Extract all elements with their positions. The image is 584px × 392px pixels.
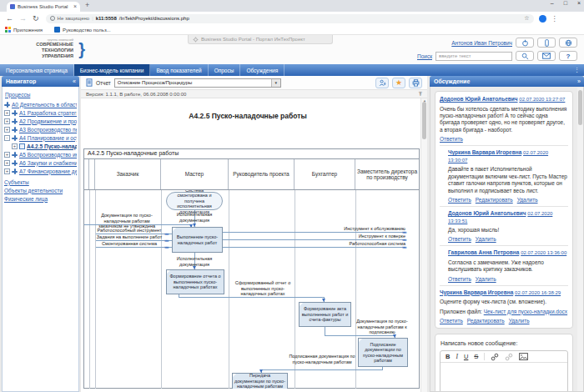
tab-personal-page[interactable]: Персональная страница: [0, 64, 74, 76]
tabs-overflow-icon[interactable]: ⋮: [574, 64, 584, 76]
underline-button[interactable]: U: [464, 351, 468, 363]
arrow-label: Инструмент к поверке: [322, 234, 405, 239]
tab-discussions[interactable]: Обсуждения: [240, 64, 284, 76]
close-tab-icon[interactable]: ×: [73, 2, 77, 12]
expand-icon[interactable]: [4, 118, 10, 124]
tree-item[interactable]: А7 Финансирование деятельн: [4, 167, 77, 175]
message-author-link[interactable]: Чуркина Варвара Игоревна: [448, 149, 521, 155]
tree-item[interactable]: А1 Разработка стратегии и раз: [4, 108, 77, 117]
browser-tab[interactable]: Business Studio Portal ×: [7, 2, 80, 12]
tab-indicators[interactable]: Ввод показателей: [150, 64, 208, 76]
reply-link[interactable]: Ответить: [440, 136, 463, 142]
reply-link[interactable]: Ответить: [448, 197, 471, 203]
message-input[interactable]: [441, 363, 567, 392]
tree-link-subjects[interactable]: Субъекты: [4, 179, 29, 185]
export-user-button[interactable]: [375, 78, 389, 88]
minimize-button[interactable]: –: [551, 0, 554, 6]
message-time-link[interactable]: 02.07.2020 13:27:07: [519, 97, 565, 102]
maximize-button[interactable]: □: [564, 0, 567, 6]
chevron-down-icon[interactable]: ▾: [271, 79, 280, 87]
url-host: k11:5558: [96, 16, 117, 21]
italic-button[interactable]: I: [456, 351, 458, 363]
start-event[interactable]: Система смонтирована и получена исполнит…: [166, 192, 223, 210]
reply-link[interactable]: Ответить: [448, 236, 471, 242]
bookmark-star-icon[interactable]: ☆: [524, 15, 529, 22]
tab-business-model[interactable]: Бизнес-модель компании: [74, 64, 151, 76]
collapse-panel-icon[interactable]: »: [577, 78, 584, 84]
reply-link[interactable]: Ответить: [448, 276, 471, 282]
discussion-scrollbar[interactable]: [577, 88, 583, 391]
tree-link-persons[interactable]: Физические лица: [4, 196, 48, 202]
task-node[interactable]: Передача документации по пуско-наладочны…: [232, 373, 288, 389]
url-bar[interactable]: i Не защищено | k11:5558 /InTekhProyekt/…: [46, 14, 534, 23]
tree-root-processes[interactable]: Процессы: [5, 92, 30, 98]
tree-link-objects[interactable]: Объекты деятельности: [4, 188, 63, 193]
task-node[interactable]: Формирование акта выполненных работ и сч…: [299, 302, 351, 327]
tree-item[interactable]: А0 Деятельность в области проек: [4, 100, 77, 108]
message-author-link[interactable]: Гаврилова Анна Петровна: [448, 249, 519, 255]
reply-link[interactable]: Ответить: [440, 318, 463, 324]
message-author-link[interactable]: Чуркина Варвара Игоревна: [440, 289, 513, 295]
delete-link[interactable]: Удалить: [517, 197, 538, 203]
tree-item[interactable]: А3 Воспроизводство персонал: [4, 125, 77, 133]
task-node[interactable]: Подписание документации по пуско-наладоч…: [358, 338, 408, 367]
print-button[interactable]: [409, 78, 422, 88]
message-author-link[interactable]: Додонов Юрий Анатольевич: [448, 210, 526, 216]
close-window-button[interactable]: ×: [577, 0, 581, 6]
report-select[interactable]: Описание Процесса/Процедуры ▾: [114, 78, 281, 88]
bold-button[interactable]: B: [446, 351, 450, 363]
help-button[interactable]: ?: [559, 51, 577, 61]
profile-avatar[interactable]: [539, 15, 546, 23]
tree-item[interactable]: А5 Воспроизводство инструм: [4, 150, 77, 158]
collapse-panel-icon[interactable]: «: [73, 78, 79, 84]
expand-icon[interactable]: [4, 127, 10, 133]
delete-link[interactable]: Удалить: [509, 318, 530, 324]
delete-link[interactable]: Удалить: [476, 276, 496, 282]
mail-button[interactable]: [537, 51, 556, 61]
reload-icon[interactable]: ↻: [33, 13, 39, 24]
tree-item[interactable]: А4 Планирование и осуществл: [4, 133, 77, 142]
language-button[interactable]: [559, 38, 577, 48]
scrollbar-thumb[interactable]: [578, 90, 582, 125]
back-icon[interactable]: ←: [6, 13, 13, 24]
info-icon[interactable]: i: [50, 16, 55, 21]
search-input[interactable]: [435, 52, 512, 61]
expand-icon[interactable]: [4, 152, 10, 158]
edit-link[interactable]: Редактировать: [476, 197, 513, 203]
delete-link[interactable]: Удалить: [476, 236, 496, 242]
edit-link[interactable]: Редактировать: [467, 318, 505, 324]
search-button[interactable]: [516, 51, 534, 61]
expand-icon[interactable]: [12, 143, 18, 149]
scrollbar-thumb[interactable]: [422, 102, 426, 139]
tab-surveys[interactable]: Опросы: [209, 64, 241, 76]
bookmark-guide[interactable]: Руководство польз...: [54, 27, 111, 33]
image-icon[interactable]: [519, 353, 528, 360]
tree-item[interactable]: А2 Продвижение и продажи: [4, 117, 77, 125]
favorite-star-button[interactable]: ★: [392, 78, 405, 88]
pin-icon[interactable]: Ŧ: [419, 91, 422, 97]
bookmark-apps[interactable]: Приложения: [5, 27, 43, 33]
expand-icon[interactable]: [4, 168, 10, 174]
task-node[interactable]: Формирование отчета о выполненных пуско-…: [166, 269, 224, 294]
message-author-link[interactable]: Додонов Юрий Анатольевич: [440, 96, 518, 102]
task-node[interactable]: Выполнение пуско-наладочных работ: [172, 227, 223, 253]
logout-button[interactable]: [516, 38, 534, 48]
new-tab-button[interactable]: +: [85, 1, 89, 9]
link-icon[interactable]: [491, 353, 499, 361]
search-label[interactable]: Поиск: [417, 53, 432, 59]
message-time-link[interactable]: 02.07.2020 13:36:00: [521, 250, 566, 255]
expand-icon[interactable]: [4, 110, 10, 116]
user-name-link[interactable]: Антонов Иван Петрович: [451, 40, 512, 46]
process-icon: [12, 152, 18, 158]
message-time-link[interactable]: 02.07.2020 16:38:29: [515, 290, 561, 295]
expand-icon[interactable]: [4, 160, 10, 166]
tree-item-selected[interactable]: А4.2.5 Пуско-наладочные: [4, 142, 77, 150]
attachment-link[interactable]: Чек-лист для пуско-наладки.docx: [484, 309, 567, 314]
mobile-button[interactable]: [537, 38, 556, 48]
browser-menu-icon[interactable]: ⋮: [551, 15, 558, 23]
main-scrollbar[interactable]: ▲: [420, 98, 427, 392]
tree-item[interactable]: А6 Закупки и снабжение: [4, 158, 77, 167]
discussion-header: Обсуждение »: [430, 76, 584, 87]
strikethrough-button[interactable]: S: [474, 351, 478, 363]
collapse-node-icon[interactable]: [4, 135, 10, 141]
